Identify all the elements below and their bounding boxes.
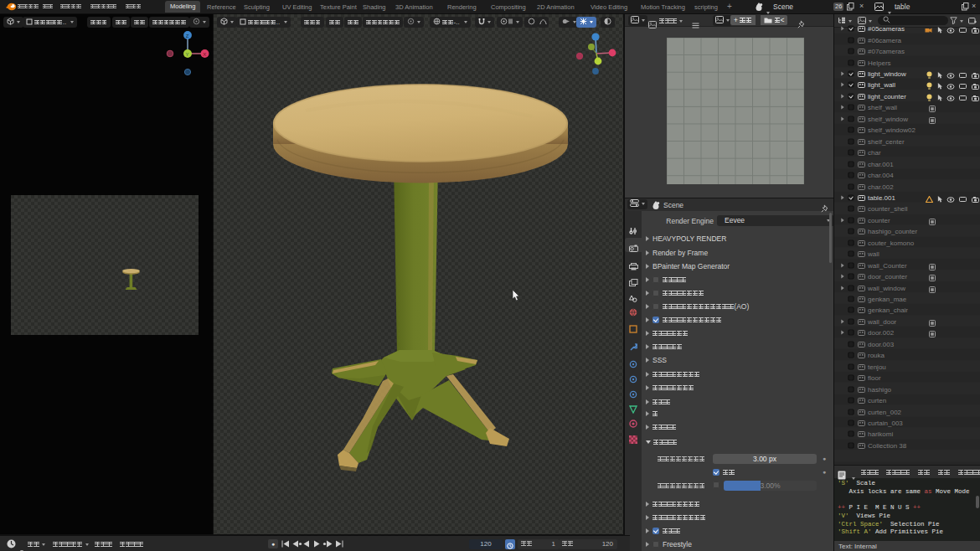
svg-text:Y: Y [186, 52, 189, 57]
svg-text:X: X [203, 52, 206, 57]
svg-text:Z: Z [186, 33, 189, 39]
